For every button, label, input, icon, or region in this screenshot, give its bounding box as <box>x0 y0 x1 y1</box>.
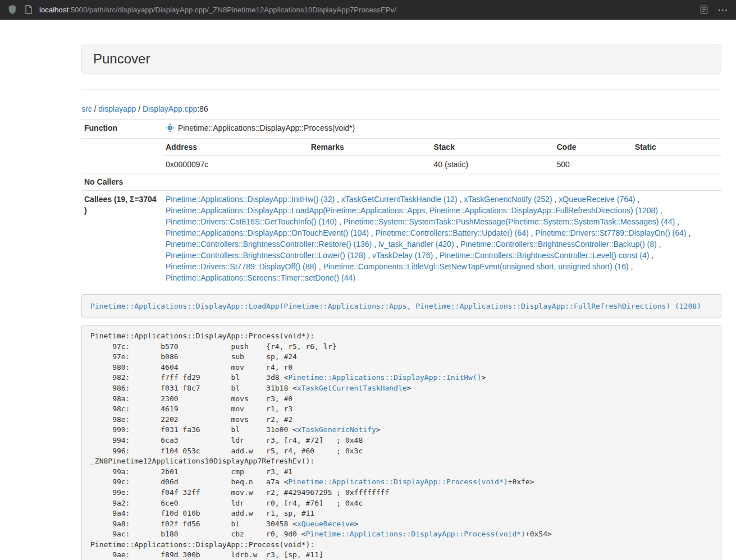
function-name: Pinetime::Applications::DisplayApp::Proc… <box>178 123 355 132</box>
page-title: Puncover <box>93 52 710 66</box>
cell-code: 500 <box>554 156 632 173</box>
callee-link[interactable]: Pinetime::Controllers::Battery::Update()… <box>376 228 529 237</box>
url-path: :5000/path/src/displayapp/DisplayApp.cpp… <box>68 6 396 14</box>
callee-link[interactable]: lv_task_handler (420) <box>378 240 454 249</box>
col-remarks: Remarks <box>308 139 431 156</box>
breadcrumb-separator: / <box>92 104 99 113</box>
row-label-function: Function <box>81 120 163 139</box>
cell-remarks <box>308 156 431 173</box>
url-host: localhost <box>39 6 68 14</box>
loadapp-link[interactable]: Pinetime::Applications::DisplayApp::Load… <box>90 302 701 310</box>
function-cell: Pinetime::Applications::DisplayApp::Proc… <box>163 120 721 139</box>
no-callers-row: No Callers <box>81 173 721 191</box>
asm-symbol-link[interactable]: Pinetime::Applications::DisplayApp::Proc… <box>306 530 525 538</box>
callee-link[interactable]: Pinetime::Components::LittleVgl::SetNewT… <box>323 262 629 271</box>
app-header: Puncover <box>81 44 721 74</box>
breadcrumb-separator: / <box>136 104 143 113</box>
callee-link[interactable]: Pinetime::Applications::Screens::Timer::… <box>166 273 355 282</box>
breadcrumb: src / displayapp / DisplayApp.cpp:86 <box>81 104 721 113</box>
callee-link[interactable]: Pinetime::Drivers::St7789::DisplayOn() (… <box>535 228 686 237</box>
cell-static <box>632 156 721 173</box>
function-detail-table: Address Remarks Stack Code Static 0x0000… <box>163 139 721 173</box>
breadcrumb-line-number: :86 <box>197 104 208 113</box>
callees-row: Callees (19, Σ=3704 ) Pinetime::Applicat… <box>81 191 721 287</box>
detail-data-row: 0x0000097c 40 (static) 500 <box>163 156 721 173</box>
function-detail-cell: Address Remarks Stack Code Static 0x0000… <box>163 139 721 173</box>
function-symbol-icon <box>166 123 175 135</box>
callee-link[interactable]: Pinetime::Controllers::BrightnessControl… <box>440 251 649 260</box>
callee-link[interactable]: Pinetime::Applications::DisplayApp::Load… <box>166 206 658 215</box>
callee-link[interactable]: xTaskGenericNotify (252) <box>464 195 552 204</box>
cell-stack: 40 (static) <box>431 156 554 173</box>
function-table: Function Pinetime::Applications::Display… <box>81 119 721 286</box>
asm-symbol-link[interactable]: Pinetime::Applications::DisplayApp::Init… <box>288 373 481 382</box>
function-detail-row: Address Remarks Stack Code Static 0x0000… <box>81 139 721 173</box>
shield-icon[interactable] <box>8 4 17 15</box>
menu-dots-icon[interactable]: ⋯ <box>717 4 728 15</box>
detail-header-row: Address Remarks Stack Code Static <box>163 139 721 156</box>
callee-link[interactable]: Pinetime::Applications::DisplayApp::OnTo… <box>166 228 369 237</box>
callee-link[interactable]: xTaskGetCurrentTaskHandle (12) <box>341 195 458 204</box>
callee-link[interactable]: xQueueReceive (764) <box>559 195 635 204</box>
callee-link[interactable]: Pinetime::System::SystemTask::PushMessag… <box>344 217 675 226</box>
callee-link[interactable]: Pinetime::Drivers::Cst816S::GetTouchInfo… <box>166 217 337 226</box>
col-code: Code <box>554 139 632 156</box>
callee-link[interactable]: Pinetime::Controllers::BrightnessControl… <box>166 240 372 249</box>
url-bar[interactable]: localhost:5000/path/src/displayapp/Displ… <box>39 6 693 14</box>
col-static: Static <box>632 139 721 156</box>
page-icon[interactable] <box>25 5 33 14</box>
row-label-no-callers: No Callers <box>81 173 163 191</box>
function-row: Function Pinetime::Applications::Display… <box>81 120 721 139</box>
breadcrumb-link[interactable]: src <box>81 104 92 113</box>
breadcrumb-link[interactable]: displayapp <box>98 104 136 113</box>
reader-mode-icon[interactable] <box>700 5 708 14</box>
cell-address: 0x0000097c <box>163 156 308 173</box>
callees-cell: Pinetime::Applications::DisplayApp::Init… <box>163 191 721 287</box>
callee-link[interactable]: Pinetime::Applications::DisplayApp::Init… <box>166 195 335 204</box>
divider <box>81 89 721 90</box>
main-content: Puncover src / displayapp / DisplayApp.c… <box>81 20 721 560</box>
col-stack: Stack <box>431 139 554 156</box>
callee-link[interactable]: vTaskDelay (176) <box>372 251 433 260</box>
row-label-callees: Callees (19, Σ=3704 ) <box>81 191 163 287</box>
col-address: Address <box>163 139 308 156</box>
asm-symbol-link[interactable]: Pinetime::Applications::DisplayApp::Proc… <box>288 478 508 486</box>
callee-link[interactable]: Pinetime::Controllers::BrightnessControl… <box>460 240 656 249</box>
no-callers-cell <box>163 173 721 191</box>
asm-symbol-link[interactable]: xTaskGetCurrentTaskHandle <box>297 384 407 392</box>
browser-chrome: localhost:5000/path/src/displayapp/Displ… <box>0 0 736 20</box>
selected-callee-box: Pinetime::Applications::DisplayApp::Load… <box>81 294 721 318</box>
asm-symbol-link[interactable]: xTaskGenericNotify <box>297 425 376 434</box>
callee-link[interactable]: Pinetime::Controllers::BrightnessControl… <box>166 251 365 260</box>
asm-symbol-link[interactable]: xQueueReceive <box>297 520 354 528</box>
breadcrumb-link[interactable]: DisplayApp.cpp <box>143 104 197 113</box>
disassembly-block: Pinetime::Applications::DisplayApp::Proc… <box>81 325 721 560</box>
callee-link[interactable]: Pinetime::Drivers::St7789::DisplayOff() … <box>166 262 317 271</box>
empty-label-cell <box>81 139 163 173</box>
